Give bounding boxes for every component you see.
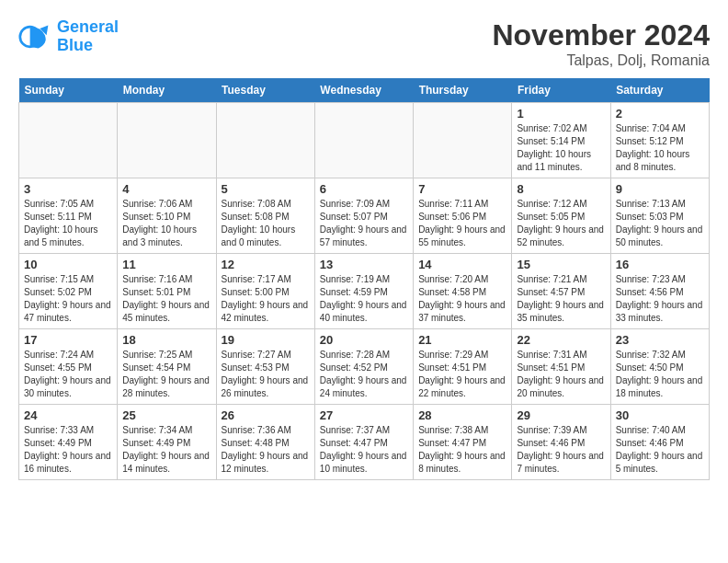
calendar-cell: 10Sunrise: 7:15 AM Sunset: 5:02 PM Dayli… [19,254,118,329]
day-number: 12 [222,258,310,271]
day-info: Sunrise: 7:19 AM Sunset: 4:59 PM Dayligh… [320,273,408,325]
day-info: Sunrise: 7:36 AM Sunset: 4:48 PM Dayligh… [222,424,310,476]
day-number: 2 [616,107,704,121]
day-number: 8 [517,182,605,196]
day-info: Sunrise: 7:33 AM Sunset: 4:49 PM Dayligh… [24,424,112,476]
page-header: General Blue November 2024 Talpas, Dolj,… [18,18,710,69]
day-number: 25 [122,408,210,422]
calendar-cell: 11Sunrise: 7:16 AM Sunset: 5:01 PM Dayli… [118,254,216,329]
day-number: 20 [320,333,408,347]
calendar-cell: 29Sunrise: 7:39 AM Sunset: 4:46 PM Dayli… [512,405,610,480]
logo-line2: Blue [57,36,93,54]
calendar-cell [314,103,413,178]
day-number: 27 [320,408,408,422]
day-info: Sunrise: 7:17 AM Sunset: 5:00 PM Dayligh… [222,273,310,325]
day-info: Sunrise: 7:05 AM Sunset: 5:11 PM Dayligh… [24,198,112,249]
day-number: 7 [418,182,506,196]
day-number: 4 [122,182,210,196]
day-info: Sunrise: 7:12 AM Sunset: 5:05 PM Dayligh… [517,198,605,249]
day-info: Sunrise: 7:04 AM Sunset: 5:12 PM Dayligh… [616,122,704,174]
calendar-cell: 12Sunrise: 7:17 AM Sunset: 5:00 PM Dayli… [216,254,314,329]
day-info: Sunrise: 7:08 AM Sunset: 5:08 PM Dayligh… [222,198,310,249]
day-info: Sunrise: 7:37 AM Sunset: 4:47 PM Dayligh… [320,424,408,476]
day-header-tuesday: Tuesday [216,78,314,103]
day-number: 23 [616,333,704,347]
calendar-cell: 27Sunrise: 7:37 AM Sunset: 4:47 PM Dayli… [314,405,413,480]
day-number: 30 [616,408,704,422]
logo-line1: General [57,17,119,36]
day-number: 10 [24,258,112,271]
day-info: Sunrise: 7:21 AM Sunset: 4:57 PM Dayligh… [517,273,605,325]
day-number: 3 [24,182,112,196]
day-number: 11 [122,258,210,271]
calendar-cell: 26Sunrise: 7:36 AM Sunset: 4:48 PM Dayli… [216,405,314,480]
day-number: 21 [418,333,506,347]
day-header-friday: Friday [512,78,610,103]
calendar-cell: 30Sunrise: 7:40 AM Sunset: 4:46 PM Dayli… [610,405,709,480]
day-number: 9 [616,182,704,196]
calendar-cell [414,103,512,178]
calendar-cell: 9Sunrise: 7:13 AM Sunset: 5:03 PM Daylig… [610,178,709,254]
day-header-wednesday: Wednesday [314,78,413,103]
day-number: 18 [122,333,210,347]
day-number: 15 [517,258,605,271]
calendar-cell: 22Sunrise: 7:31 AM Sunset: 4:51 PM Dayli… [512,329,610,405]
calendar-cell: 15Sunrise: 7:21 AM Sunset: 4:57 PM Dayli… [512,254,610,329]
calendar-cell: 8Sunrise: 7:12 AM Sunset: 5:05 PM Daylig… [512,178,610,254]
calendar-cell: 17Sunrise: 7:24 AM Sunset: 4:55 PM Dayli… [19,329,118,405]
calendar-table: SundayMondayTuesdayWednesdayThursdayFrid… [18,78,710,480]
calendar-week-row: 3Sunrise: 7:05 AM Sunset: 5:11 PM Daylig… [19,178,710,254]
day-number: 17 [24,333,112,347]
logo: General Blue [18,18,119,55]
day-number: 1 [517,107,605,121]
day-info: Sunrise: 7:40 AM Sunset: 4:46 PM Dayligh… [616,424,704,476]
title-section: November 2024 Talpas, Dolj, Romania [492,18,710,69]
day-info: Sunrise: 7:39 AM Sunset: 4:46 PM Dayligh… [517,424,605,476]
calendar-cell: 3Sunrise: 7:05 AM Sunset: 5:11 PM Daylig… [19,178,118,254]
day-number: 13 [320,258,408,271]
calendar-cell: 4Sunrise: 7:06 AM Sunset: 5:10 PM Daylig… [118,178,216,254]
day-info: Sunrise: 7:34 AM Sunset: 4:49 PM Dayligh… [122,424,210,476]
calendar-cell [216,103,314,178]
calendar-cell [118,103,216,178]
day-number: 29 [517,408,605,422]
month-title: November 2024 [492,18,710,52]
day-info: Sunrise: 7:13 AM Sunset: 5:03 PM Dayligh… [616,198,704,249]
day-header-saturday: Saturday [610,78,709,103]
day-info: Sunrise: 7:16 AM Sunset: 5:01 PM Dayligh… [122,273,210,325]
calendar-cell: 5Sunrise: 7:08 AM Sunset: 5:08 PM Daylig… [216,178,314,254]
calendar-cell: 20Sunrise: 7:28 AM Sunset: 4:52 PM Dayli… [314,329,413,405]
day-number: 16 [616,258,704,271]
calendar-week-row: 10Sunrise: 7:15 AM Sunset: 5:02 PM Dayli… [19,254,710,329]
day-number: 24 [24,408,112,422]
calendar-cell: 16Sunrise: 7:23 AM Sunset: 4:56 PM Dayli… [610,254,709,329]
day-number: 14 [418,258,506,271]
day-info: Sunrise: 7:27 AM Sunset: 4:53 PM Dayligh… [222,349,310,400]
day-info: Sunrise: 7:25 AM Sunset: 4:54 PM Dayligh… [122,349,210,400]
calendar-cell: 13Sunrise: 7:19 AM Sunset: 4:59 PM Dayli… [314,254,413,329]
calendar-week-row: 24Sunrise: 7:33 AM Sunset: 4:49 PM Dayli… [19,405,710,480]
calendar-cell: 18Sunrise: 7:25 AM Sunset: 4:54 PM Dayli… [118,329,216,405]
calendar-week-row: 17Sunrise: 7:24 AM Sunset: 4:55 PM Dayli… [19,329,710,405]
day-number: 28 [418,408,506,422]
day-info: Sunrise: 7:06 AM Sunset: 5:10 PM Dayligh… [122,198,210,249]
day-number: 5 [222,182,310,196]
calendar-cell: 6Sunrise: 7:09 AM Sunset: 5:07 PM Daylig… [314,178,413,254]
day-info: Sunrise: 7:15 AM Sunset: 5:02 PM Dayligh… [24,273,112,325]
day-info: Sunrise: 7:32 AM Sunset: 4:50 PM Dayligh… [616,349,704,400]
calendar-cell: 21Sunrise: 7:29 AM Sunset: 4:51 PM Dayli… [414,329,512,405]
day-number: 19 [222,333,310,347]
calendar-header-row: SundayMondayTuesdayWednesdayThursdayFrid… [19,78,710,103]
calendar-cell: 19Sunrise: 7:27 AM Sunset: 4:53 PM Dayli… [216,329,314,405]
day-info: Sunrise: 7:11 AM Sunset: 5:06 PM Dayligh… [418,198,506,249]
day-info: Sunrise: 7:20 AM Sunset: 4:58 PM Dayligh… [418,273,506,325]
calendar-cell: 2Sunrise: 7:04 AM Sunset: 5:12 PM Daylig… [610,103,709,178]
day-info: Sunrise: 7:23 AM Sunset: 4:56 PM Dayligh… [616,273,704,325]
day-number: 22 [517,333,605,347]
day-info: Sunrise: 7:38 AM Sunset: 4:47 PM Dayligh… [418,424,506,476]
day-number: 6 [320,182,408,196]
logo-icon [18,20,51,53]
location-title: Talpas, Dolj, Romania [492,52,710,69]
calendar-cell: 25Sunrise: 7:34 AM Sunset: 4:49 PM Dayli… [118,405,216,480]
calendar-cell: 28Sunrise: 7:38 AM Sunset: 4:47 PM Dayli… [414,405,512,480]
